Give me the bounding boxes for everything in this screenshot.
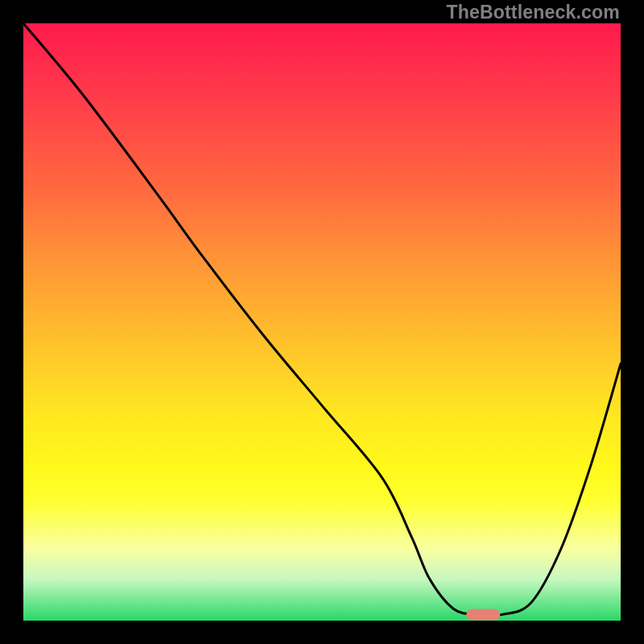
trough-marker bbox=[466, 609, 500, 621]
chart-curve-layer bbox=[23, 23, 621, 621]
chart-plot-area bbox=[23, 23, 621, 621]
bottleneck-curve bbox=[23, 23, 621, 616]
chart-frame: TheBottleneck.com bbox=[0, 0, 644, 644]
watermark-text: TheBottleneck.com bbox=[446, 2, 620, 23]
